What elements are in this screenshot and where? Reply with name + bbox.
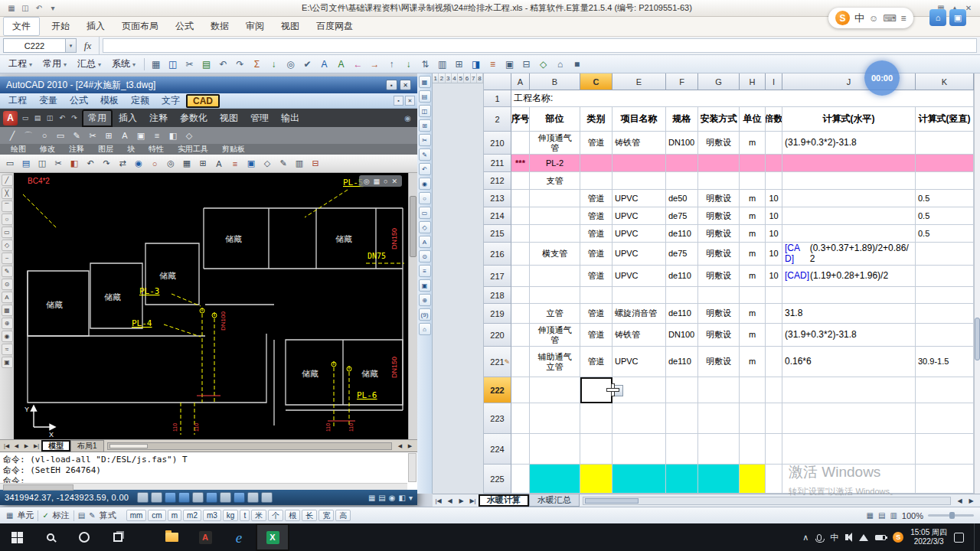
cell-B216[interactable]: 横支管 (530, 243, 580, 266)
menu-tab-9[interactable]: 百度网盘 (308, 18, 361, 35)
acad-toolbar-icon[interactable]: ◎ (163, 156, 178, 171)
toolbar-icon[interactable]: ⌂ (552, 57, 568, 71)
task-view-button[interactable] (101, 523, 135, 551)
column-header-I[interactable]: I (766, 73, 782, 90)
acad-draw-tool-icon[interactable]: ▦ (2, 305, 13, 316)
acad-ribbon-tab[interactable]: 管理 (244, 109, 275, 127)
titlebar-icon[interactable]: ↶ (32, 4, 46, 12)
cell-J216[interactable]: [CAD](0.3+0.37+1.89)/2+0.86/2 (782, 243, 916, 266)
command-line[interactable]: 命令: (vl-load-all "D:/ESL/js.fas") T 命令: … (0, 452, 417, 490)
acad-toolbar-icon[interactable]: ✂ (51, 156, 66, 171)
unit-button[interactable]: kg (223, 510, 239, 521)
cell-H225[interactable] (740, 465, 766, 494)
acad-ribbon-tab[interactable]: 常用 (82, 109, 113, 127)
acad-status-toggle[interactable] (206, 492, 217, 503)
toolbar-icon[interactable]: ↶ (215, 57, 231, 71)
acad-draw-tool-icon[interactable]: A (2, 292, 13, 303)
toolbar-icon[interactable]: Σ (249, 57, 265, 71)
unit-button[interactable]: m2 (183, 510, 201, 521)
cell-A222[interactable] (511, 377, 530, 403)
column-header-C[interactable]: C (580, 73, 612, 90)
quick-button[interactable]: 1 (433, 73, 439, 83)
cell-C220[interactable]: 管道 (580, 324, 612, 347)
volume-icon[interactable] (845, 534, 848, 540)
column-header-K[interactable]: K (916, 73, 974, 90)
toolbar-icon[interactable]: ▦ (148, 57, 164, 71)
microphone-icon[interactable] (817, 534, 822, 541)
autocad-logo[interactable]: A (3, 111, 18, 126)
cell-B211[interactable]: PL-2 (530, 155, 580, 172)
cell-I213[interactable]: 10 (766, 190, 782, 207)
menu-tab-2[interactable]: 开始 (43, 18, 78, 35)
cell-J214[interactable] (782, 207, 916, 225)
acad-draw-tool-icon[interactable]: ~ (2, 253, 13, 264)
spreadsheet-grid[interactable]: ABCEFGHIJK1工程名称:2序号部位类别项目名称规格安装方式单位倍数计算式… (484, 73, 974, 494)
cad-panel-icon[interactable]: ⊙ (419, 250, 431, 262)
ime-indicator[interactable]: 中 (830, 532, 838, 543)
quick-button[interactable]: 6 (464, 73, 470, 83)
acad-ribbon-tab[interactable]: 注释 (143, 109, 174, 127)
formula-mode-label[interactable]: 算式 (100, 510, 116, 521)
row-header-224[interactable]: 224 (484, 434, 511, 465)
menu-tab-3[interactable]: 插入 (78, 18, 113, 35)
cell-A213[interactable] (511, 190, 530, 207)
layout-tab[interactable]: 模型 (41, 440, 70, 452)
cell-I219[interactable] (766, 304, 782, 324)
cell-A212[interactable] (511, 172, 530, 190)
cell-F217[interactable]: de110 (666, 266, 698, 287)
acad-title-button[interactable]: ▪ (386, 80, 397, 90)
cell-J210[interactable]: (31.9+0.3*2)-31.8 (782, 132, 916, 155)
cell-H215[interactable]: m (740, 225, 766, 243)
cad-panel-icon[interactable]: ≡ (419, 265, 431, 277)
cell-E218[interactable] (612, 287, 666, 304)
acad-status-toggle[interactable] (234, 492, 245, 503)
acad-nav-icon[interactable]: ○ (384, 178, 387, 185)
cell-C216[interactable]: 管道 (580, 243, 612, 266)
acad-toolbar-icon[interactable]: ✎ (276, 156, 291, 171)
cell-F223[interactable] (666, 403, 698, 434)
cad-panel-icon[interactable]: ↶ (419, 163, 431, 175)
quick-button[interactable]: 5 (458, 73, 464, 83)
cell-K224[interactable] (916, 434, 974, 465)
panel-tab-模板[interactable]: 模板 (94, 93, 125, 108)
project-name-cell[interactable]: 工程名称: (511, 90, 974, 107)
acad-toolbar-icon[interactable]: ◫ (34, 156, 50, 171)
acad-panel-icon[interactable]: ◇ (183, 131, 195, 141)
acad-toolbar-icon[interactable]: ◧ (67, 156, 82, 171)
acad-draw-tool-icon[interactable]: ▭ (2, 227, 13, 238)
cell-E213[interactable]: UPVC (612, 190, 666, 207)
layout-nav-icon[interactable]: ▶ (21, 443, 31, 449)
cell-H219[interactable]: m (740, 304, 766, 324)
row-header-219[interactable]: 219 (484, 304, 511, 324)
pin-icon[interactable]: ▪ (394, 96, 403, 106)
column-header-G[interactable]: G (698, 73, 740, 90)
acad-toolbar-icon[interactable]: ▦ (179, 156, 194, 171)
cell-G223[interactable] (698, 403, 740, 434)
acad-nav-icon[interactable]: ✕ (391, 178, 397, 185)
column-header-E[interactable]: E (612, 73, 666, 90)
column-header-B[interactable]: B (530, 73, 580, 90)
acad-quick-icon[interactable]: ▤ (31, 114, 44, 122)
formula-input[interactable] (103, 38, 977, 53)
cell-A219[interactable] (511, 304, 530, 324)
acad-draw-tool-icon[interactable]: ≈ (2, 344, 13, 355)
cell-B219[interactable]: 立管 (530, 304, 580, 324)
sogou-toolbox-icon[interactable]: ⌂ (929, 9, 946, 26)
cell-B220[interactable]: 伸顶通气管 (530, 324, 580, 347)
cell-dropdown-button[interactable]: ▾ (613, 385, 623, 396)
cell-H212[interactable] (740, 172, 766, 190)
toolbar-icon[interactable]: ◎ (283, 57, 299, 71)
cell-K223[interactable] (916, 403, 974, 434)
cad-panel-icon[interactable]: ⊕ (419, 294, 431, 306)
cell-J211[interactable] (782, 155, 916, 172)
zoom-slider[interactable] (928, 514, 974, 517)
acad-panel-icon[interactable]: ○ (38, 131, 51, 140)
battery-icon[interactable] (875, 535, 886, 540)
drawing-canvas[interactable]: 储藏 储藏 储藏 储藏 储藏 储藏 储藏 (14, 173, 408, 439)
cell-F210[interactable]: DN100 (666, 132, 698, 155)
acad-toolbar-icon[interactable]: A (211, 156, 227, 171)
autocad-titlebar[interactable]: AutoCAD 2010 - [24#水施新_t3.dwg] ▪✕ (0, 77, 417, 93)
cell-G220[interactable]: 明敷设 (698, 324, 740, 347)
cell-I225[interactable] (766, 465, 782, 494)
acad-panel-icon[interactable]: ⊞ (103, 131, 115, 141)
